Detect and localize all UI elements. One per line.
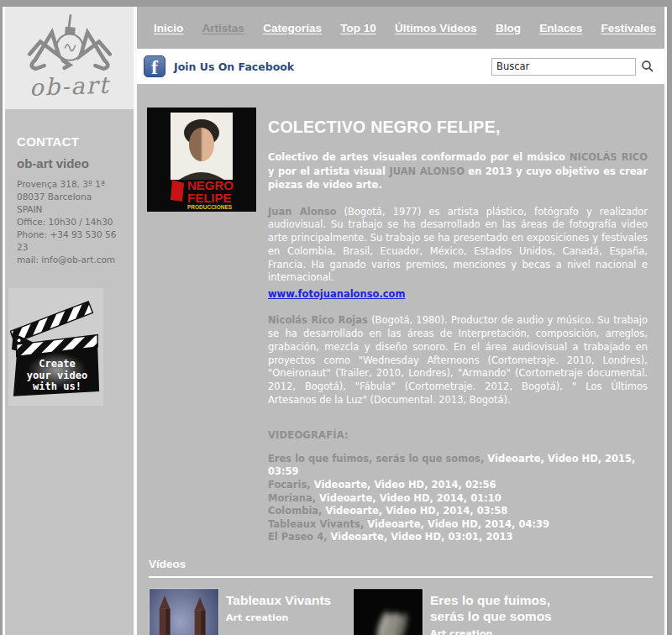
artist-bio-row: NEGRO FELIPE PRODUCCIONES COLECTIVO NEGR… (147, 108, 654, 544)
intro-text: Colectivo de artes visuales conformado p… (268, 151, 570, 163)
main-panel: Inicio Artistas Categorías Top 10 Último… (137, 7, 667, 635)
contact-block: CONTACT ob-art video Provença 318, 3º 1ª… (5, 109, 134, 266)
artist-photo[interactable]: NEGRO FELIPE PRODUCCIONES (147, 108, 256, 212)
address-line-email: mail: info@ob-art.com (17, 254, 123, 266)
topbar: f Join Us On Facebook (137, 49, 664, 84)
main-navigation: Inicio Artistas Categorías Top 10 Último… (137, 7, 664, 49)
videography-entry: Colombia, Videoarte, Video HD, 2014, 03:… (268, 505, 648, 518)
videography-meta: Videoarte, Video HD, 03:01, 2013 (328, 531, 513, 543)
address-line: 08037 Barcelona (17, 191, 123, 203)
negro-felipe-portrait-image: NEGRO FELIPE PRODUCCIONES (147, 108, 256, 212)
videography-entry: El Paseo 4, Videoarte, Video HD, 03:01, … (268, 531, 648, 544)
address-line: SPAIN (17, 203, 123, 216)
videography-title: Tableaux Vivants, (268, 518, 364, 530)
artist-title: COLECTIVO NEGRO FELIPE, (268, 118, 648, 137)
page-frame: ob-art CONTACT ob-art video Provença 318… (0, 0, 672, 635)
videography-heading: VIDEOGRAFÍA: (268, 429, 648, 441)
address-line: Office: 10h30 / 14h30 (17, 216, 123, 228)
contact-company-name: ob-art video (17, 156, 123, 171)
intro-text: y por el artista visual (268, 165, 389, 177)
search-input[interactable] (491, 58, 636, 76)
videography-meta: Videoarte, Video HD, 2014, 03:58 (322, 505, 507, 517)
bio-name-juan-alonso: Juan Alonso (268, 206, 337, 218)
create-video-banner[interactable]: Create your video with us! (8, 288, 103, 406)
bio-name-nicolas-rico: Nicolás Rico Rojas (268, 314, 368, 326)
site-logo[interactable]: ob-art (5, 7, 134, 109)
facebook-link[interactable]: Join Us On Facebook (174, 60, 294, 73)
video-category: Art creation (430, 628, 563, 635)
nav-item-top10[interactable]: Top 10 (340, 22, 376, 34)
contact-address: Provença 318, 3º 1ª 08037 Barcelona SPAI… (17, 178, 123, 266)
videography-entry: Tableaux Vivants, Videoarte, Video HD, 2… (268, 518, 648, 532)
artist-page-content: NEGRO FELIPE PRODUCCIONES COLECTIVO NEGR… (137, 84, 664, 635)
videography-entry: Focaris, Videoarte, Video HD, 2014, 02:5… (268, 479, 648, 492)
videos-heading: Vídeos (147, 558, 654, 570)
video-title[interactable]: Tableaux Vivants (226, 592, 331, 608)
video-title[interactable]: Eres lo que fuimos, serás lo que somos (430, 592, 563, 624)
videography-title: Eres lo que fuimos, serás lo que somos, (268, 453, 484, 464)
video-category: Art creation (226, 612, 331, 623)
videography-meta: Videoarte, Video HD, 2014, 04:39 (364, 518, 549, 530)
fotojuanalonso-link[interactable]: www.fotojuanalonso.com (268, 288, 406, 300)
videography-title: Colombia, (268, 505, 322, 517)
address-line: Provença 318, 3º 1ª (17, 178, 123, 191)
nav-item-ultimos-videos[interactable]: Últimos Vídeos (395, 22, 477, 34)
video-cards: Tableaux Vivants Art creation (147, 588, 654, 635)
clapper-text-line2: your video (26, 370, 87, 381)
portrait-name-line2: FELIPE (187, 191, 232, 205)
nav-item-categorias[interactable]: Categorías (263, 22, 322, 34)
video-thumbnail-tableaux-vivants[interactable] (149, 588, 219, 635)
contact-heading: CONTACT (17, 134, 123, 149)
videography-entry: Eres lo que fuimos, serás lo que somos, … (268, 453, 648, 479)
video-card-text: Eres lo que fuimos, serás lo que somos A… (430, 588, 563, 635)
logo-text: ob-art (29, 71, 111, 102)
intro-name-nicolas-rico: NICOLÁS RICO (570, 151, 648, 163)
video-thumbnail-eres-lo-que-fuimos[interactable] (353, 588, 423, 635)
bio-nicolas-rico: Nicolás Rico Rojas (Bogotá, 1980). Produ… (268, 314, 648, 407)
videography-title: El Paseo 4, (268, 531, 328, 543)
clapper-text-line3: with us! (32, 380, 81, 392)
videography-list: Eres lo que fuimos, serás lo que somos, … (268, 453, 648, 544)
nav-item-blog[interactable]: Blog (496, 22, 521, 34)
videography-meta: Videoarte, Video HD, 2014, 01:10 (316, 492, 501, 504)
clapperboard-icon: Create your video with us! (10, 291, 102, 402)
sidebar: ob-art CONTACT ob-art video Provença 318… (3, 7, 137, 635)
address-line: Phone: +34 93 530 56 23 (17, 228, 123, 254)
videography-title: Moriana, (268, 492, 316, 504)
artist-bio-column: COLECTIVO NEGRO FELIPE, Colectivo de art… (268, 108, 654, 544)
videography-entry: Moriana, Videoarte, Video HD, 2014, 01:1… (268, 492, 648, 506)
videos-divider (149, 576, 653, 578)
search-button[interactable] (641, 60, 654, 73)
videography-meta: Videoarte, Video HD, 2014, 02:56 (311, 479, 496, 491)
video-card-eres-lo-que-fuimos: Eres lo que fuimos, serás lo que somos A… (353, 588, 654, 635)
nav-item-enlaces[interactable]: Enlaces (539, 22, 582, 34)
obart-lightbulb-logo-icon: ob-art (12, 10, 128, 106)
clapper-text-line1: Create (39, 358, 76, 370)
video-card-text: Tableaux Vivants Art creation (226, 588, 331, 623)
portrait-name-line3: PRODUCCIONES (187, 204, 233, 210)
facebook-icon[interactable]: f (144, 55, 165, 77)
bio-text: (Bogotá, 1980). Productor de audio y mús… (268, 314, 648, 406)
artist-intro: Colectivo de artes visuales conformado p… (268, 150, 648, 192)
nav-item-artistas[interactable]: Artistas (202, 22, 244, 34)
nav-item-festivales[interactable]: Festivales (601, 22, 656, 34)
videography-title: Focaris, (268, 479, 311, 491)
search-icon (641, 60, 654, 73)
video-card-tableaux-vivants: Tableaux Vivants Art creation (149, 588, 353, 635)
videos-section: Vídeos (147, 558, 654, 635)
nav-item-inicio[interactable]: Inicio (154, 22, 183, 34)
bio-juan-alonso: Juan Alonso (Bogotá, 1977) es artista pl… (268, 206, 648, 286)
intro-name-juan-alonso: JUAN ALONSO (389, 165, 465, 177)
